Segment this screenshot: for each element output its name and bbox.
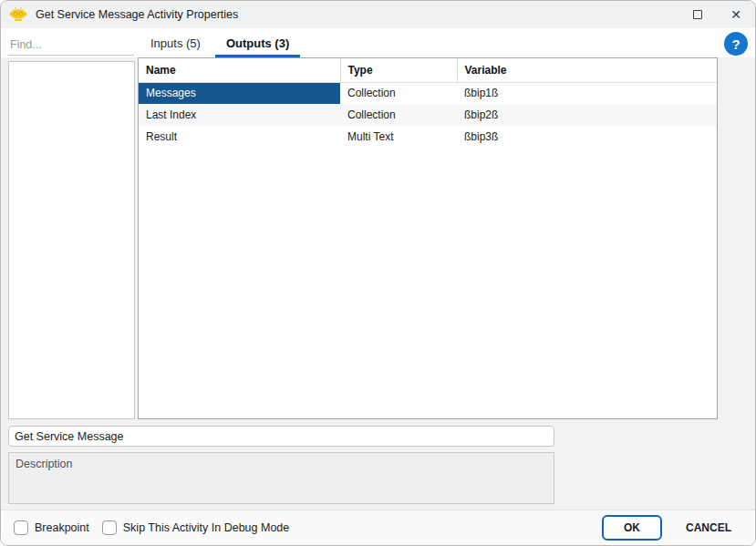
skip-debug-label: Skip This Activity In Debug Mode [123,521,290,534]
tab-bar: Inputs (5) Outputs (3) [140,31,300,57]
cell-type[interactable]: Multi Text [340,126,457,148]
cell-name[interactable]: Last Index [139,104,340,126]
ok-button[interactable]: OK [602,515,662,541]
cancel-button[interactable]: CANCEL [678,515,739,541]
checkbox-icon [102,520,117,535]
cell-name[interactable]: Messages [139,82,340,104]
outputs-table: Name Type Variable Messages Collection ß… [138,57,718,419]
table-row[interactable]: Last Index Collection ßbip2ß [139,104,717,126]
table-row[interactable]: Messages Collection ßbip1ß [139,82,717,104]
tab-inputs[interactable]: Inputs (5) [140,31,212,57]
question-mark-icon: ? [731,36,740,52]
activity-name-input[interactable] [8,426,554,447]
close-icon: ✕ [730,8,741,21]
column-header-name[interactable]: Name [139,58,340,82]
cell-name[interactable]: Result [139,126,340,148]
breakpoint-checkbox[interactable]: Breakpoint [14,520,89,535]
cell-variable[interactable]: ßbip3ß [457,126,717,148]
tab-outputs[interactable]: Outputs (3) [215,31,300,57]
cell-type[interactable]: Collection [340,82,457,104]
help-button[interactable]: ? [724,32,748,56]
close-button[interactable]: ✕ [717,1,755,28]
table-row[interactable]: Result Multi Text ßbip3ß [139,126,717,148]
column-header-variable[interactable]: Variable [457,58,717,82]
window-title: Get Service Message Activity Properties [36,8,238,21]
column-header-type[interactable]: Type [340,58,457,82]
robot-app-icon [9,6,27,23]
dialog-window: Get Service Message Activity Properties … [0,0,756,546]
checkbox-icon [14,520,28,535]
cell-variable[interactable]: ßbip2ß [457,104,717,126]
breakpoint-label: Breakpoint [35,521,89,534]
cell-variable[interactable]: ßbip1ß [457,82,717,104]
footer-bar: Breakpoint Skip This Activity In Debug M… [1,510,755,545]
find-input[interactable] [8,34,134,56]
titlebar: Get Service Message Activity Properties … [1,1,755,28]
description-textarea[interactable] [8,452,554,504]
maximize-icon [693,10,702,19]
checkbox-group: Breakpoint Skip This Activity In Debug M… [14,520,289,535]
cell-type[interactable]: Collection [340,104,457,126]
skip-debug-checkbox[interactable]: Skip This Activity In Debug Mode [102,520,290,535]
activity-list-panel[interactable] [8,61,135,419]
maximize-button[interactable] [678,1,717,28]
table-header-row: Name Type Variable [139,58,717,82]
